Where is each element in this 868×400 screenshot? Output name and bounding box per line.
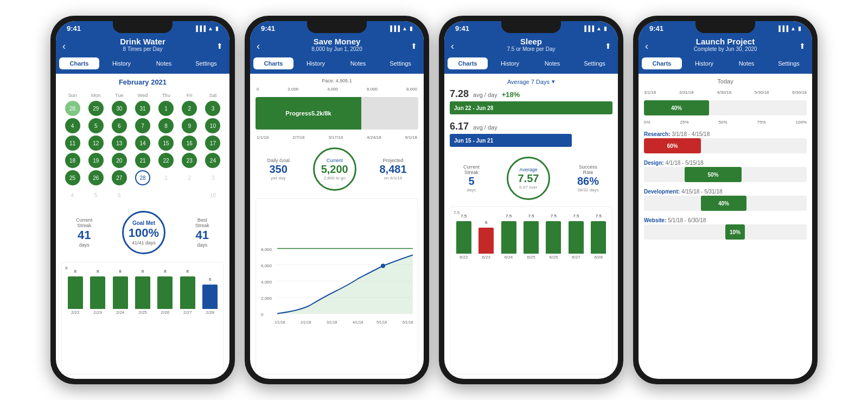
tab-charts-2[interactable]: Charts xyxy=(253,57,293,69)
bar-date: 2/24 xyxy=(116,310,125,315)
cal-day[interactable]: 5 xyxy=(88,118,104,133)
cal-day[interactable]: 14 xyxy=(135,136,150,151)
tabs-1: Charts History Notes Settings xyxy=(56,57,229,74)
bar-value-label: 8 xyxy=(97,269,99,274)
cal-day[interactable]: 27 xyxy=(112,170,127,185)
success-rate-label: SuccessRate xyxy=(577,164,599,175)
cal-day[interactable]: 10 xyxy=(205,118,220,133)
time-4: 9:41 xyxy=(649,24,663,33)
cal-day[interactable]: 15 xyxy=(158,136,174,151)
cal-day xyxy=(182,188,197,203)
wifi-icon: ▲ xyxy=(208,25,213,31)
cal-day[interactable]: 13 xyxy=(112,136,127,151)
date-5: 6/1/18 xyxy=(405,135,417,140)
cal-day[interactable]: 12 xyxy=(88,136,104,151)
date-axis: 1/1/18 2/7/18 3/17/18 4/24/18 6/1/18 xyxy=(256,135,418,140)
cal-day[interactable]: 21 xyxy=(135,153,150,168)
cal-day[interactable]: 25 xyxy=(65,170,80,185)
bar-date: 2/27 xyxy=(183,310,192,315)
back-btn-1[interactable]: ‹ xyxy=(62,41,66,52)
cal-day[interactable]: 20 xyxy=(112,153,127,168)
share-btn-1[interactable]: ⬆ xyxy=(216,42,223,50)
cal-day[interactable]: 3 xyxy=(205,101,220,116)
cal-day[interactable]: 16 xyxy=(182,136,197,151)
projected-sub: on 6/1/18 xyxy=(380,176,407,180)
tab-notes-4[interactable]: Notes xyxy=(726,57,767,69)
tab-settings-1[interactable]: Settings xyxy=(186,57,226,69)
best-streak-label: BestStreak xyxy=(195,217,209,228)
tab-settings-2[interactable]: Settings xyxy=(380,57,420,69)
current-label: Current xyxy=(327,158,343,163)
tab-settings-4[interactable]: Settings xyxy=(769,57,809,69)
cal-day[interactable]: 19 xyxy=(88,153,104,168)
cal-day[interactable]: 31 xyxy=(135,101,150,116)
cal-day[interactable]: 1 xyxy=(158,101,174,116)
gantt-bar-development: 40% xyxy=(701,196,746,211)
cal-day[interactable]: 7 xyxy=(135,118,150,133)
cal-day[interactable]: 28 xyxy=(65,101,80,116)
cal-day[interactable]: 2 xyxy=(182,101,197,116)
svg-text:6/1/18: 6/1/18 xyxy=(403,320,413,324)
svg-text:2/1/18: 2/1/18 xyxy=(301,320,311,324)
bar-date: 2/23 xyxy=(93,310,102,315)
phone-sleep: 9:41 ▐▐▐ ▲ ▮ ‹ Sleep 7.5 or More per Day… xyxy=(439,16,623,384)
tab-charts-1[interactable]: Charts xyxy=(59,57,99,69)
gantt-track-development: 40% xyxy=(644,196,807,211)
cal-day[interactable]: 23 xyxy=(182,153,197,168)
cal-day[interactable]: 26 xyxy=(88,170,104,185)
tab-charts-3[interactable]: Charts xyxy=(448,57,488,69)
back-btn-2[interactable]: ‹ xyxy=(257,41,260,52)
cal-day: 6 xyxy=(112,188,127,203)
tab-charts-4[interactable]: Charts xyxy=(642,57,682,69)
current-circle: Current 5,200 2,800 to go xyxy=(313,147,356,191)
tab-notes-2[interactable]: Notes xyxy=(338,57,378,69)
stats-row-1: CurrentStreak 41 days Goal Met 100% 41/4… xyxy=(61,207,224,259)
cal-day[interactable]: 8 xyxy=(158,118,174,133)
share-btn-3[interactable]: ⬆ xyxy=(605,42,611,50)
cal-day[interactable]: 17 xyxy=(205,136,220,151)
status-icons-1: ▐▐▐ ▲ ▮ xyxy=(194,25,219,31)
back-btn-4[interactable]: ‹ xyxy=(645,41,648,52)
cal-day[interactable]: 22 xyxy=(158,153,174,168)
sleep-bar-date: 6/27 xyxy=(572,255,580,260)
week1-avg: 7.28 xyxy=(450,88,469,100)
cal-day: 5 xyxy=(88,188,104,203)
cal-header-wed: Wed xyxy=(131,92,154,99)
tab-history-4[interactable]: History xyxy=(684,57,724,69)
cal-day[interactable]: 30 xyxy=(112,101,127,116)
current-streak-value: 41 xyxy=(76,228,92,242)
tab-history-3[interactable]: History xyxy=(490,57,530,69)
phone-drink-water: 9:41 ▐▐▐ ▲ ▮ ‹ Drink Water 8 Times per D… xyxy=(50,16,235,384)
share-btn-4[interactable]: ⬆ xyxy=(799,42,806,50)
cal-day[interactable]: 9 xyxy=(182,118,197,133)
cal-day[interactable]: 18 xyxy=(65,153,80,168)
cal-day[interactable]: 11 xyxy=(65,136,80,151)
sleep-bar: 7.5 xyxy=(456,221,471,254)
axis-6k: 6,000 xyxy=(367,87,378,92)
progress-bar-container: Progress 5.2k/8k xyxy=(256,97,418,130)
battery-icon: ▮ xyxy=(604,25,607,31)
share-btn-2[interactable]: ⬆ xyxy=(411,42,417,50)
gantt-label-research: Research: 3/1/18 - 4/15/18 xyxy=(644,131,807,137)
sleep-bar-col: 7.5 6/22 xyxy=(456,221,471,260)
gantt-row-development: Development: 4/15/18 - 5/31/18 40% xyxy=(644,189,807,211)
sleep-bar: 7.5 xyxy=(591,221,606,254)
cal-day[interactable]: 6 xyxy=(112,118,127,133)
tab-notes-3[interactable]: Notes xyxy=(532,57,572,69)
back-btn-3[interactable]: ‹ xyxy=(451,41,454,52)
notch xyxy=(501,21,561,33)
sleep-bar-chart: 7.5 7.5 6/22 6 6/23 7.5 6/24 xyxy=(450,207,612,375)
daily-goal-stat: Daily Goal 350 per day xyxy=(267,158,290,180)
cal-day[interactable]: 4 xyxy=(65,118,80,133)
tab-notes-1[interactable]: Notes xyxy=(144,57,184,69)
cal-day: 3 xyxy=(205,170,220,185)
tab-settings-3[interactable]: Settings xyxy=(575,57,615,69)
cal-day[interactable]: 29 xyxy=(88,101,104,116)
avg-header[interactable]: Average 7 Days ▾ xyxy=(450,78,612,85)
calendar-grid: Sun Mon Tue Wed Thu Fri Sat 28 29 30 31 … xyxy=(61,92,224,203)
cal-day[interactable]: 24 xyxy=(205,153,220,168)
tab-history-2[interactable]: History xyxy=(296,57,336,69)
cal-day-today[interactable]: 28 xyxy=(135,170,150,185)
avg-circle-value: 7.57 xyxy=(518,172,539,185)
tab-history-1[interactable]: History xyxy=(101,57,142,69)
